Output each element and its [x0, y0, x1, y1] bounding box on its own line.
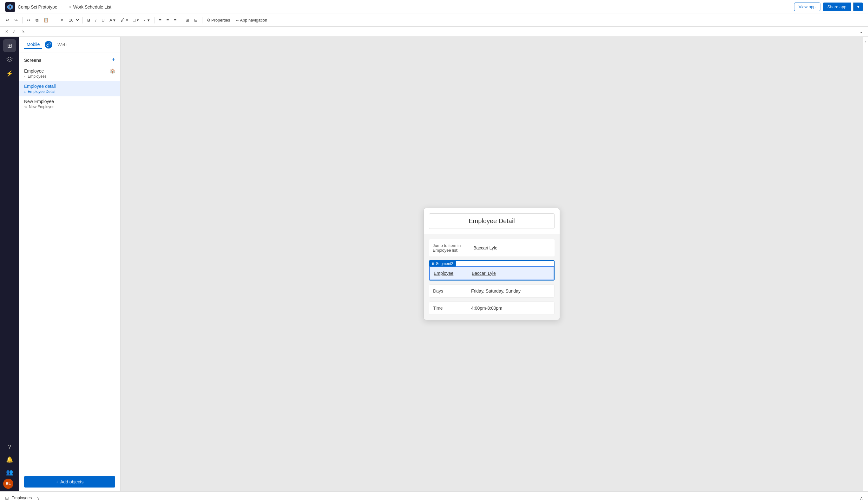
font-color-button[interactable]: A ▾ [107, 17, 117, 24]
nav-home-button[interactable]: ⊞ [3, 39, 16, 52]
nav-lightning-button[interactable]: ⚡ [3, 67, 16, 80]
grid-view-button[interactable]: ⊞ [184, 17, 191, 24]
screen-item-employee-detail[interactable]: Employee detail □ Employee Detail [19, 81, 120, 96]
page-menu-button[interactable]: ⋯ [113, 3, 121, 10]
segment-row-employee[interactable]: Employee Baccari Lyle [429, 266, 554, 280]
border-button[interactable]: □ ▾ [131, 17, 141, 24]
nav-layers-button[interactable] [3, 53, 16, 66]
svg-marker-2 [7, 57, 12, 60]
toolbar-separator-1 [22, 17, 22, 23]
undo-button[interactable]: ↩ [4, 17, 11, 24]
bottom-expand-button[interactable]: ∧ [860, 495, 863, 501]
bottom-bar: ⊞ Employees ∨ ∧ [0, 491, 868, 504]
svg-point-1 [9, 6, 11, 8]
tab-mobile[interactable]: Mobile [24, 41, 42, 49]
jump-value[interactable]: Baccari Lyle [471, 243, 553, 253]
corner-button[interactable]: ⌐ ▾ [142, 17, 152, 24]
project-menu-button[interactable]: ⋯ [59, 3, 67, 10]
phone-frame: Employee Detail Jump to item inEmployee … [424, 208, 560, 320]
top-bar-right: View app Share app ▼ [794, 2, 863, 11]
paste-button[interactable]: 📋 [42, 17, 50, 24]
align-right-button[interactable]: ≡ [172, 17, 178, 24]
add-objects-button[interactable]: + Add objects [24, 476, 115, 487]
align-center-button[interactable]: ≡ [165, 17, 171, 24]
sidebar-bottom: + Add objects [19, 472, 120, 491]
user-avatar[interactable]: BL [3, 479, 13, 489]
text-button[interactable]: T ▾ [56, 17, 65, 24]
table-name: Employees [11, 495, 32, 500]
days-value[interactable]: Friday, Saturday, Sunday [467, 285, 554, 297]
cut-button[interactable]: ✂ [25, 17, 32, 24]
app-navigation-button[interactable]: ↔ App navigation [233, 17, 269, 24]
toolbar-separator-6 [202, 17, 203, 23]
home-icon-employee: 🏠 [110, 69, 115, 74]
icon-bar: ⊞ ⚡ ? 🔔 👥 BL [0, 37, 19, 491]
time-value[interactable]: 4:00pm-8:00pm [467, 302, 554, 314]
highlight-button[interactable]: 🖊 ▾ [118, 17, 130, 24]
screen-name-employee-detail: Employee detail [24, 84, 56, 89]
segment-container: ⠿ Segment2 Employee Baccari Lyle [429, 260, 555, 281]
view-app-button[interactable]: View app [794, 2, 820, 11]
employee-field-value[interactable]: Baccari Lyle [468, 267, 554, 280]
phone-body: Jump to item inEmployee list: Baccari Ly… [424, 234, 560, 320]
fx-icon: fx [20, 30, 26, 34]
time-label: Time [429, 302, 467, 314]
screen-name-new-employee: New Employee [24, 99, 54, 104]
time-row: Time 4:00pm-8:00pm [429, 302, 555, 315]
top-bar: Comp Sci Prototype ⋯ > Work Schedule Lis… [0, 0, 868, 14]
phone-header: Employee Detail [424, 208, 560, 234]
toolbar-separator-3 [82, 17, 83, 23]
users-button[interactable]: 👥 [3, 466, 16, 479]
breadcrumb: Comp Sci Prototype ⋯ > Work Schedule Lis… [18, 3, 121, 10]
days-row: Days Friday, Saturday, Sunday [429, 284, 555, 298]
share-app-button[interactable]: Share app [823, 2, 851, 11]
toolbar-separator-2 [53, 17, 53, 23]
employee-field-label: Employee [430, 267, 468, 280]
screen-sub-employee-detail: □ Employee Detail [24, 90, 115, 94]
sidebar-tabs: Mobile Web [19, 37, 120, 53]
tab-web[interactable]: Web [55, 41, 69, 49]
formula-bar-buttons: ✕ ✓ [4, 29, 17, 34]
notifications-button[interactable]: 🔔 [3, 453, 16, 466]
screen-sub-new-employee: ☆ New Employee [24, 105, 115, 109]
cancel-formula-button[interactable]: ✕ [4, 29, 10, 34]
app-logo [5, 2, 15, 12]
main-layout: ⊞ ⚡ ? 🔔 👥 BL Mobile Web [0, 37, 868, 491]
help-button[interactable]: ? [3, 441, 16, 453]
breadcrumb-separator: > [69, 4, 71, 10]
copy-button[interactable]: ⧉ [34, 17, 40, 24]
share-dropdown-button[interactable]: ▼ [854, 2, 863, 11]
add-objects-label: Add objects [60, 479, 83, 484]
screens-header: Screens + [19, 53, 120, 66]
underline-button[interactable]: U [100, 17, 106, 24]
toolbar: ↩ ↪ ✂ ⧉ 📋 T ▾ 16 B I U A ▾ 🖊 ▾ □ ▾ ⌐ ▾ ≡… [0, 14, 868, 27]
phone-title: Employee Detail [468, 218, 515, 224]
redo-button[interactable]: ↪ [12, 17, 20, 24]
right-collapse: ‹ [863, 37, 868, 491]
link-icon [45, 41, 52, 49]
screen-item-employee[interactable]: Employee 🏠 ○ Employees [19, 66, 120, 81]
segment-label: ⠿ Segment2 [429, 261, 456, 266]
jump-label: Jump to item inEmployee list: [430, 241, 468, 255]
page-name: Work Schedule List [73, 4, 111, 10]
add-objects-plus-icon: + [56, 479, 58, 484]
properties-button[interactable]: ⚙ Properties [205, 17, 232, 24]
screen-sub-icon-detail: □ [24, 90, 26, 94]
formula-input[interactable] [29, 29, 856, 34]
jump-row: Jump to item inEmployee list: Baccari Ly… [429, 239, 555, 256]
align-left-button[interactable]: ≡ [157, 17, 163, 24]
right-panel-collapse-button[interactable]: ‹ [865, 39, 866, 44]
toolbar-separator-5 [181, 17, 181, 23]
days-label: Days [429, 285, 467, 297]
screen-sub-employee: ○ Employees [24, 74, 115, 78]
bold-button[interactable]: B [85, 17, 92, 24]
sidebar: Mobile Web Screens + Employee 🏠 ○ Employ… [19, 37, 121, 491]
confirm-formula-button[interactable]: ✓ [11, 29, 17, 34]
table-chevron-button[interactable]: ∨ [37, 495, 40, 501]
list-view-button[interactable]: ⊟ [192, 17, 199, 24]
screen-item-new-employee[interactable]: New Employee ☆ New Employee [19, 96, 120, 112]
italic-button[interactable]: I [93, 17, 99, 24]
font-size-select[interactable]: 16 [66, 17, 80, 23]
add-screen-button[interactable]: + [112, 57, 115, 63]
formula-expand-button[interactable]: ⌄ [858, 29, 864, 34]
